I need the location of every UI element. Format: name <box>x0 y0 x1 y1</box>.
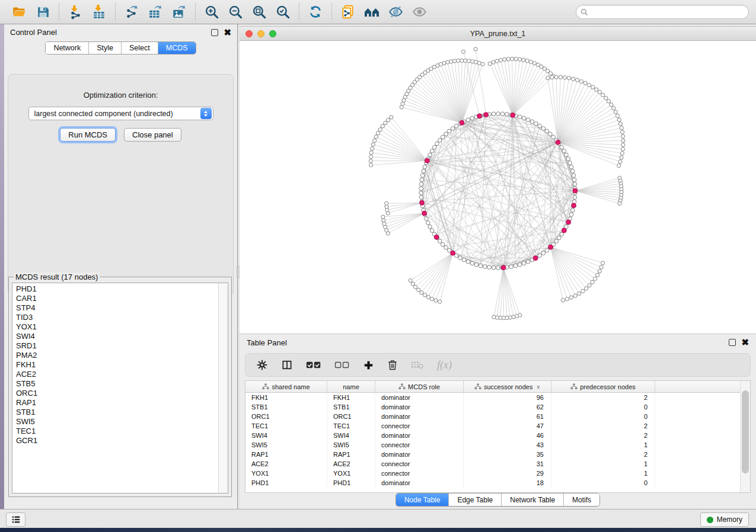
network-node[interactable] <box>563 76 566 79</box>
network-from-selection-icon[interactable] <box>336 2 360 21</box>
network-node[interactable] <box>564 153 569 157</box>
network-node[interactable] <box>538 124 542 128</box>
network-node[interactable] <box>430 229 434 233</box>
clear-checkboxes-icon[interactable] <box>334 360 350 370</box>
dominator-node[interactable] <box>451 251 455 255</box>
network-node[interactable] <box>620 156 623 159</box>
network-node[interactable] <box>384 121 387 124</box>
network-node[interactable] <box>381 215 385 219</box>
table-row[interactable]: SWI4SWI4dominator462 <box>245 431 741 440</box>
network-node[interactable] <box>569 296 573 299</box>
network-node[interactable] <box>382 219 385 222</box>
dominator-node[interactable] <box>511 113 515 117</box>
network-node[interactable] <box>453 59 457 63</box>
network-node[interactable] <box>441 135 445 139</box>
network-node[interactable] <box>409 278 412 282</box>
network-node[interactable] <box>570 169 575 174</box>
network-node[interactable] <box>573 294 577 297</box>
network-node[interactable] <box>599 265 603 269</box>
dominator-node[interactable] <box>501 265 506 270</box>
network-node[interactable] <box>422 169 426 174</box>
network-node[interactable] <box>430 149 434 153</box>
tab-network[interactable]: Network <box>46 42 89 54</box>
network-node[interactable] <box>513 264 518 268</box>
hide-selected-icon[interactable] <box>384 2 407 21</box>
network-node[interactable] <box>434 299 438 302</box>
dominator-node[interactable] <box>572 203 576 208</box>
export-table-icon[interactable] <box>143 2 167 21</box>
mcds-result-item[interactable]: SWI4 <box>12 332 218 341</box>
network-node[interactable] <box>474 60 477 64</box>
table-row[interactable]: ORC1ORC1dominator610 <box>245 412 741 421</box>
network-node[interactable] <box>573 182 577 187</box>
close-panel-button[interactable]: Close panel <box>124 128 181 142</box>
mcds-result-item[interactable]: GCR1 <box>12 436 218 446</box>
network-node[interactable] <box>601 261 605 265</box>
network-node[interactable] <box>470 116 474 120</box>
mcds-result-item[interactable]: RAP1 <box>12 398 218 408</box>
dominator-node[interactable] <box>556 140 560 145</box>
network-node[interactable] <box>488 62 492 66</box>
network-node[interactable] <box>492 60 495 64</box>
network-node[interactable] <box>420 291 423 294</box>
dominator-node[interactable] <box>566 220 571 225</box>
network-node[interactable] <box>526 259 530 264</box>
network-node[interactable] <box>569 213 573 217</box>
network-node[interactable] <box>376 132 379 135</box>
network-node[interactable] <box>419 196 423 200</box>
network-node[interactable] <box>522 116 526 120</box>
mcds-result-item[interactable]: ORC1 <box>12 389 218 398</box>
close-panel-icon[interactable]: ✖ <box>224 30 231 36</box>
show-column-icon[interactable] <box>281 359 293 371</box>
dominator-node[interactable] <box>533 256 538 261</box>
network-node[interactable] <box>419 182 423 187</box>
network-node[interactable] <box>511 57 514 60</box>
network-node[interactable] <box>551 135 556 139</box>
network-node[interactable] <box>435 142 439 146</box>
network-node[interactable] <box>387 118 390 121</box>
network-node[interactable] <box>560 145 564 149</box>
column-header-predecessor-nodes[interactable]: predecessor nodes <box>551 381 655 392</box>
network-node[interactable] <box>471 60 474 63</box>
network-node[interactable] <box>568 161 572 165</box>
network-node[interactable] <box>426 295 430 299</box>
first-neighbors-icon[interactable] <box>360 2 384 21</box>
network-node[interactable] <box>522 261 526 265</box>
dominator-node[interactable] <box>484 113 489 117</box>
close-table-panel-icon[interactable]: ✖ <box>741 339 749 345</box>
network-node[interactable] <box>369 159 372 163</box>
network-node[interactable] <box>545 129 549 133</box>
network-node[interactable] <box>522 58 525 62</box>
network-node[interactable] <box>428 225 432 229</box>
network-node[interactable] <box>385 201 388 205</box>
network-node[interactable] <box>464 59 467 62</box>
network-node[interactable] <box>604 96 608 100</box>
network-node[interactable] <box>561 299 564 302</box>
network-node[interactable] <box>470 261 474 265</box>
table-row[interactable]: TEC1TEC1connector472 <box>245 421 741 431</box>
network-node[interactable] <box>578 291 581 295</box>
dominator-node[interactable] <box>460 120 464 125</box>
network-node[interactable] <box>541 251 546 255</box>
network-node[interactable] <box>572 174 576 178</box>
network-node[interactable] <box>414 285 417 289</box>
network-node[interactable] <box>369 155 372 159</box>
tab-select[interactable]: Select <box>122 42 158 54</box>
table-row[interactable]: ACE2ACE2connector311 <box>245 459 741 469</box>
network-node[interactable] <box>426 221 430 225</box>
network-node[interactable] <box>374 135 378 139</box>
network-node[interactable] <box>496 266 500 270</box>
mcds-result-item[interactable]: PHD1 <box>12 284 218 294</box>
mcds-result-item[interactable]: STB1 <box>12 408 218 417</box>
network-node[interactable] <box>400 105 403 109</box>
network-window-titlebar[interactable]: YPA_prune.txt_1 <box>240 27 756 41</box>
network-node[interactable] <box>601 93 605 97</box>
column-header-successor-nodes[interactable]: successor nodes∨ <box>464 381 551 392</box>
mcds-result-item[interactable]: CAR1 <box>12 294 218 303</box>
mcds-result-item[interactable]: PMA2 <box>12 351 218 360</box>
mcds-list-scrollbar[interactable] <box>218 283 228 493</box>
network-node[interactable] <box>479 264 483 268</box>
network-node[interactable] <box>576 78 579 82</box>
network-node[interactable] <box>461 50 465 53</box>
task-history-button[interactable] <box>6 512 25 527</box>
